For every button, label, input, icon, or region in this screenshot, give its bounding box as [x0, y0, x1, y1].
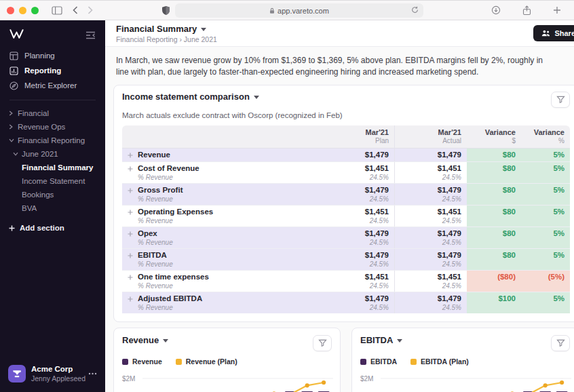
- tree-item-financial[interactable]: Financial: [0, 107, 105, 119]
- lock-icon: [269, 7, 275, 14]
- table-row[interactable]: EBITDA % Revenue $1,47924.5% $1,47924.5%…: [122, 248, 570, 270]
- add-section-label: Add section: [20, 224, 64, 232]
- tree-item-revenue-ops[interactable]: Revenue Ops: [0, 121, 105, 132]
- filter-button[interactable]: [551, 92, 570, 108]
- plan-value: $1,479: [318, 229, 389, 238]
- actual-subvalue: 24.5%: [400, 239, 461, 246]
- chevron-right-icon[interactable]: [9, 111, 14, 116]
- traffic-light-close[interactable]: [7, 7, 14, 14]
- sidebar-item-reporting[interactable]: Reporting: [0, 63, 105, 78]
- plan-subvalue: 24.5%: [318, 282, 389, 290]
- variance-dollar-value: $80: [467, 162, 521, 183]
- address-bar[interactable]: app.vareto.com: [175, 3, 423, 18]
- svg-text:$2M: $2M: [122, 375, 135, 383]
- row-sublabel: % Revenue: [138, 195, 307, 203]
- org-switcher[interactable]: Acme Corp Jenny Appleseed: [0, 358, 105, 392]
- tree-item-label: Financial Summary: [22, 163, 93, 172]
- variance-percent-value: (5%): [521, 271, 570, 292]
- traffic-light-zoom[interactable]: [31, 7, 39, 14]
- ebitda-chart-title-dropdown[interactable]: EBITDA: [360, 335, 402, 346]
- actual-value: $1,479: [400, 229, 461, 238]
- reload-icon[interactable]: [411, 6, 419, 15]
- plan-value: $1,451: [318, 164, 389, 173]
- revenue-bar-chart: $2M$1.5M: [122, 369, 333, 392]
- income-statement-card: Income statement comparison March actual…: [113, 85, 574, 322]
- expand-row-icon[interactable]: [128, 231, 133, 237]
- row-sublabel: % Revenue: [138, 239, 307, 246]
- income-card-title-dropdown[interactable]: Income statement comparison: [122, 92, 259, 102]
- privacy-shield-icon[interactable]: [161, 5, 170, 16]
- new-tab-plus-icon[interactable]: [553, 6, 561, 14]
- chevron-down-icon[interactable]: [9, 138, 14, 143]
- table-row[interactable]: Cost of Revenue % Revenue $1,45124.5% $1…: [122, 161, 570, 183]
- chart-legend: EBITDA EBITDA (Plan): [360, 357, 570, 366]
- variance-percent-value: 5%: [521, 162, 570, 183]
- chevron-right-icon[interactable]: [9, 124, 14, 130]
- share-button[interactable]: Share: [533, 25, 574, 41]
- tree-item-income-statement[interactable]: Income Statement: [0, 175, 105, 187]
- collapse-sidebar-icon[interactable]: [85, 31, 96, 39]
- variance-percent-value: 5%: [521, 149, 570, 161]
- org-name: Acme Corp: [31, 365, 85, 374]
- variance-dollar-value: $80: [467, 205, 521, 227]
- downloads-icon[interactable]: [491, 5, 501, 15]
- tree-item-bookings[interactable]: Bookings: [0, 189, 105, 200]
- tree-item-financial-reporting[interactable]: Financial Reporting: [0, 134, 105, 146]
- funnel-icon: [556, 96, 565, 104]
- legend-label: EBITDA (Plan): [421, 357, 469, 366]
- actual-subvalue: 24.5%: [400, 282, 461, 290]
- back-icon[interactable]: [73, 6, 78, 14]
- browser-sidebar-toggle-icon[interactable]: [52, 6, 62, 15]
- expand-row-icon[interactable]: [128, 275, 133, 280]
- traffic-light-minimize[interactable]: [19, 7, 26, 14]
- sidebar-item-planning[interactable]: Planning: [0, 48, 105, 63]
- table-row[interactable]: Adjusted EBITDA % Revenue $1,47924.5% $1…: [122, 292, 570, 313]
- forward-icon[interactable]: [88, 6, 93, 14]
- planning-grid-icon: [9, 52, 18, 60]
- page-title: Financial Summary: [116, 24, 197, 35]
- table-row[interactable]: One time expenses % Revenue $1,45124.5% …: [122, 270, 570, 292]
- plan-value: $1,479: [318, 151, 389, 159]
- tree-item-june-2021[interactable]: June 2021: [0, 148, 105, 159]
- breadcrumb-parent[interactable]: Financial Reporting: [116, 35, 177, 43]
- column-header-variance-percent: Variance%: [521, 125, 570, 148]
- revenue-chart-title-dropdown[interactable]: Revenue: [122, 335, 168, 346]
- org-menu-ellipsis-icon[interactable]: [88, 372, 97, 375]
- sidebar-divider: [9, 100, 96, 100]
- add-section-button[interactable]: Add section: [0, 221, 105, 235]
- page-title-dropdown[interactable]: Financial Summary: [116, 24, 563, 35]
- column-header-variance-dollar: Variance$: [467, 125, 521, 148]
- filter-button[interactable]: [313, 335, 332, 351]
- chevron-down-icon[interactable]: [13, 151, 18, 157]
- legend-swatch-actual: [122, 359, 128, 365]
- expand-row-icon[interactable]: [128, 188, 133, 193]
- table-row[interactable]: Gross Profit % Revenue $1,47924.5% $1,47…: [122, 183, 570, 205]
- plan-value: $1,479: [318, 294, 389, 303]
- table-row[interactable]: Opex % Revenue $1,47924.5% $1,47924.5% $…: [122, 227, 570, 248]
- sidebar-item-label: Planning: [24, 52, 55, 60]
- plan-subvalue: 24.5%: [318, 217, 389, 224]
- expand-row-icon[interactable]: [128, 296, 133, 302]
- sidebar-item-metric-explorer[interactable]: Metric Explorer: [0, 78, 105, 93]
- expand-row-icon[interactable]: [128, 210, 133, 215]
- sidebar-item-label: Metric Explorer: [24, 81, 77, 90]
- row-label: Operating Expenses: [138, 208, 213, 216]
- legend-swatch-plan: [176, 359, 182, 365]
- plan-value: $1,451: [318, 273, 389, 281]
- legend-label: EBITDA: [370, 357, 397, 366]
- tree-item-financial-summary[interactable]: Financial Summary: [0, 161, 105, 173]
- actual-subvalue: 24.5%: [400, 260, 461, 268]
- table-row[interactable]: Operating Expenses % Revenue $1,45124.5%…: [122, 205, 570, 227]
- column-header-actual: Mar'21Actual: [394, 125, 467, 148]
- expand-row-icon[interactable]: [128, 253, 133, 258]
- income-card-subtitle: March actuals exclude contract with Osco…: [122, 111, 570, 120]
- browser-share-icon[interactable]: [522, 5, 531, 16]
- tree-item-label: BVA: [22, 204, 37, 212]
- expand-row-icon[interactable]: [128, 153, 133, 158]
- tree-item-label: June 2021: [22, 150, 58, 158]
- tree-item-bva[interactable]: BVA: [0, 202, 105, 214]
- vareto-logo: [9, 29, 24, 41]
- expand-row-icon[interactable]: [128, 166, 133, 172]
- filter-button[interactable]: [551, 335, 570, 351]
- table-row[interactable]: Revenue $1,479 $1,479 $80 5%: [122, 149, 570, 161]
